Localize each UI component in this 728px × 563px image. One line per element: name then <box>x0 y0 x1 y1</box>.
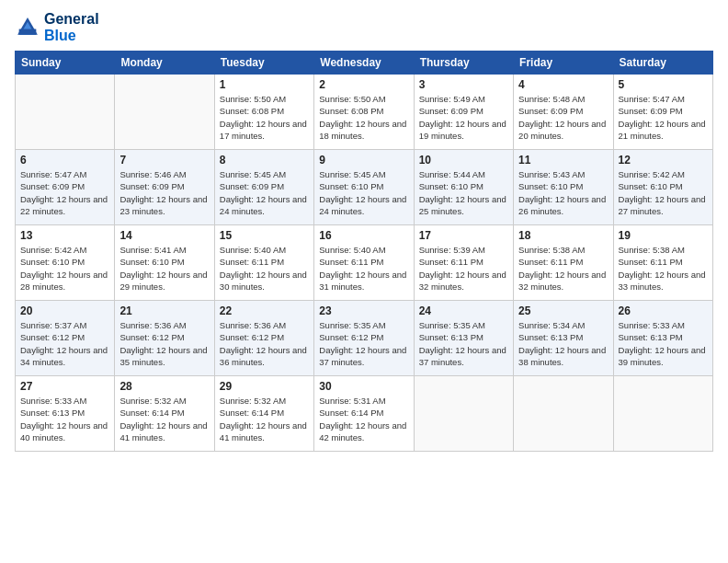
day-number: 7 <box>119 154 209 167</box>
weekday-header-monday: Monday <box>115 52 214 75</box>
day-info: Sunrise: 5:36 AMSunset: 6:12 PMDaylight:… <box>119 319 209 368</box>
calendar-cell: 12Sunrise: 5:42 AMSunset: 6:10 PMDayligh… <box>613 150 712 225</box>
day-number: 9 <box>319 154 408 167</box>
day-info: Sunrise: 5:31 AMSunset: 6:14 PMDaylight:… <box>319 395 408 443</box>
day-info: Sunrise: 5:44 AMSunset: 6:10 PMDaylight:… <box>419 168 508 217</box>
weekday-header-sunday: Sunday <box>16 52 115 75</box>
day-info: Sunrise: 5:38 AMSunset: 6:11 PMDaylight:… <box>619 244 708 293</box>
calendar-cell: 15Sunrise: 5:40 AMSunset: 6:11 PMDayligh… <box>214 225 313 301</box>
day-number: 17 <box>419 229 508 242</box>
logo-icon <box>15 15 40 40</box>
day-number: 24 <box>419 304 508 317</box>
day-number: 3 <box>419 78 508 91</box>
day-info: Sunrise: 5:33 AMSunset: 6:13 PMDaylight:… <box>619 319 708 368</box>
logo-text: General Blue <box>44 11 99 43</box>
calendar-week-row: 1Sunrise: 5:50 AMSunset: 6:08 PMDaylight… <box>16 75 713 150</box>
day-info: Sunrise: 5:48 AMSunset: 6:09 PMDaylight:… <box>518 93 608 142</box>
day-info: Sunrise: 5:41 AMSunset: 6:10 PMDaylight:… <box>119 244 209 293</box>
day-number: 6 <box>20 154 109 167</box>
day-number: 4 <box>518 78 608 91</box>
calendar-cell: 14Sunrise: 5:41 AMSunset: 6:10 PMDayligh… <box>115 225 214 301</box>
day-number: 2 <box>319 78 408 91</box>
day-number: 26 <box>619 304 708 317</box>
calendar-cell: 21Sunrise: 5:36 AMSunset: 6:12 PMDayligh… <box>115 301 214 376</box>
calendar-cell: 28Sunrise: 5:32 AMSunset: 6:14 PMDayligh… <box>115 376 214 452</box>
logo: General Blue <box>15 11 99 43</box>
day-number: 29 <box>220 380 309 393</box>
day-number: 13 <box>20 229 109 242</box>
day-info: Sunrise: 5:33 AMSunset: 6:13 PMDaylight:… <box>20 395 109 443</box>
page: General Blue SundayMondayTuesdayWednesda… <box>0 0 728 563</box>
calendar-week-row: 6Sunrise: 5:47 AMSunset: 6:09 PMDaylight… <box>16 150 713 225</box>
day-info: Sunrise: 5:42 AMSunset: 6:10 PMDaylight:… <box>20 244 109 293</box>
day-number: 1 <box>220 78 309 91</box>
day-number: 8 <box>220 154 309 167</box>
day-number: 22 <box>220 304 309 317</box>
day-info: Sunrise: 5:40 AMSunset: 6:11 PMDaylight:… <box>319 244 408 293</box>
day-info: Sunrise: 5:45 AMSunset: 6:09 PMDaylight:… <box>220 168 309 217</box>
day-number: 23 <box>319 304 408 317</box>
weekday-header-tuesday: Tuesday <box>214 52 313 75</box>
calendar-cell <box>414 376 513 452</box>
calendar-week-row: 20Sunrise: 5:37 AMSunset: 6:12 PMDayligh… <box>16 301 713 376</box>
calendar-cell: 23Sunrise: 5:35 AMSunset: 6:12 PMDayligh… <box>314 301 414 376</box>
calendar-cell: 19Sunrise: 5:38 AMSunset: 6:11 PMDayligh… <box>613 225 712 301</box>
day-number: 12 <box>619 154 708 167</box>
day-info: Sunrise: 5:46 AMSunset: 6:09 PMDaylight:… <box>119 168 209 217</box>
calendar-cell: 18Sunrise: 5:38 AMSunset: 6:11 PMDayligh… <box>514 225 613 301</box>
calendar-cell: 30Sunrise: 5:31 AMSunset: 6:14 PMDayligh… <box>314 376 414 452</box>
calendar-cell: 13Sunrise: 5:42 AMSunset: 6:10 PMDayligh… <box>16 225 115 301</box>
calendar-week-row: 27Sunrise: 5:33 AMSunset: 6:13 PMDayligh… <box>16 376 713 452</box>
calendar-cell <box>115 75 214 150</box>
day-info: Sunrise: 5:38 AMSunset: 6:11 PMDaylight:… <box>518 244 608 293</box>
weekday-header-saturday: Saturday <box>613 52 712 75</box>
calendar-cell: 24Sunrise: 5:35 AMSunset: 6:13 PMDayligh… <box>414 301 513 376</box>
calendar-cell: 9Sunrise: 5:45 AMSunset: 6:10 PMDaylight… <box>314 150 414 225</box>
day-number: 5 <box>619 78 708 91</box>
calendar-cell: 6Sunrise: 5:47 AMSunset: 6:09 PMDaylight… <box>16 150 115 225</box>
calendar-cell: 8Sunrise: 5:45 AMSunset: 6:09 PMDaylight… <box>214 150 313 225</box>
calendar-cell: 4Sunrise: 5:48 AMSunset: 6:09 PMDaylight… <box>514 75 613 150</box>
day-info: Sunrise: 5:47 AMSunset: 6:09 PMDaylight:… <box>20 168 109 217</box>
day-info: Sunrise: 5:45 AMSunset: 6:10 PMDaylight:… <box>319 168 408 217</box>
day-number: 10 <box>419 154 508 167</box>
weekday-header-row: SundayMondayTuesdayWednesdayThursdayFrid… <box>16 52 713 75</box>
day-number: 18 <box>518 229 608 242</box>
day-info: Sunrise: 5:35 AMSunset: 6:13 PMDaylight:… <box>419 319 508 368</box>
day-info: Sunrise: 5:32 AMSunset: 6:14 PMDaylight:… <box>220 395 309 443</box>
day-number: 25 <box>518 304 608 317</box>
calendar-table: SundayMondayTuesdayWednesdayThursdayFrid… <box>15 51 713 452</box>
day-number: 15 <box>220 229 309 242</box>
day-info: Sunrise: 5:36 AMSunset: 6:12 PMDaylight:… <box>220 319 309 368</box>
calendar-cell: 11Sunrise: 5:43 AMSunset: 6:10 PMDayligh… <box>514 150 613 225</box>
calendar-cell: 2Sunrise: 5:50 AMSunset: 6:08 PMDaylight… <box>314 75 414 150</box>
calendar-cell: 10Sunrise: 5:44 AMSunset: 6:10 PMDayligh… <box>414 150 513 225</box>
day-info: Sunrise: 5:50 AMSunset: 6:08 PMDaylight:… <box>319 93 408 142</box>
svg-rect-2 <box>19 29 37 34</box>
calendar-cell: 25Sunrise: 5:34 AMSunset: 6:13 PMDayligh… <box>514 301 613 376</box>
day-info: Sunrise: 5:50 AMSunset: 6:08 PMDaylight:… <box>220 93 309 142</box>
calendar-cell: 17Sunrise: 5:39 AMSunset: 6:11 PMDayligh… <box>414 225 513 301</box>
day-info: Sunrise: 5:34 AMSunset: 6:13 PMDaylight:… <box>518 319 608 368</box>
calendar-cell <box>16 75 115 150</box>
day-info: Sunrise: 5:32 AMSunset: 6:14 PMDaylight:… <box>119 395 209 443</box>
day-number: 11 <box>518 154 608 167</box>
day-number: 16 <box>319 229 408 242</box>
calendar-cell: 5Sunrise: 5:47 AMSunset: 6:09 PMDaylight… <box>613 75 712 150</box>
day-info: Sunrise: 5:35 AMSunset: 6:12 PMDaylight:… <box>319 319 408 368</box>
calendar-cell: 16Sunrise: 5:40 AMSunset: 6:11 PMDayligh… <box>314 225 414 301</box>
calendar-cell: 26Sunrise: 5:33 AMSunset: 6:13 PMDayligh… <box>613 301 712 376</box>
calendar-cell: 1Sunrise: 5:50 AMSunset: 6:08 PMDaylight… <box>214 75 313 150</box>
day-number: 20 <box>20 304 109 317</box>
day-info: Sunrise: 5:42 AMSunset: 6:10 PMDaylight:… <box>619 168 708 217</box>
weekday-header-friday: Friday <box>514 52 613 75</box>
day-info: Sunrise: 5:49 AMSunset: 6:09 PMDaylight:… <box>419 93 508 142</box>
calendar-cell: 22Sunrise: 5:36 AMSunset: 6:12 PMDayligh… <box>214 301 313 376</box>
day-number: 21 <box>119 304 209 317</box>
calendar-cell: 3Sunrise: 5:49 AMSunset: 6:09 PMDaylight… <box>414 75 513 150</box>
calendar-cell: 29Sunrise: 5:32 AMSunset: 6:14 PMDayligh… <box>214 376 313 452</box>
day-number: 19 <box>619 229 708 242</box>
day-number: 14 <box>119 229 209 242</box>
day-info: Sunrise: 5:43 AMSunset: 6:10 PMDaylight:… <box>518 168 608 217</box>
calendar-cell: 27Sunrise: 5:33 AMSunset: 6:13 PMDayligh… <box>16 376 115 452</box>
